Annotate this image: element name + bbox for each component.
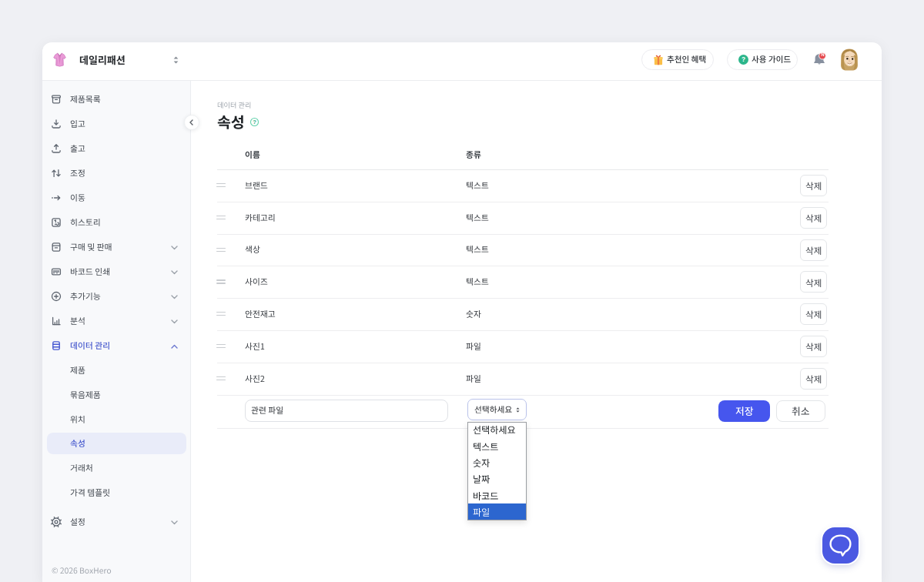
- svg-text:?: ?: [742, 56, 745, 63]
- svg-text:?: ?: [253, 119, 256, 125]
